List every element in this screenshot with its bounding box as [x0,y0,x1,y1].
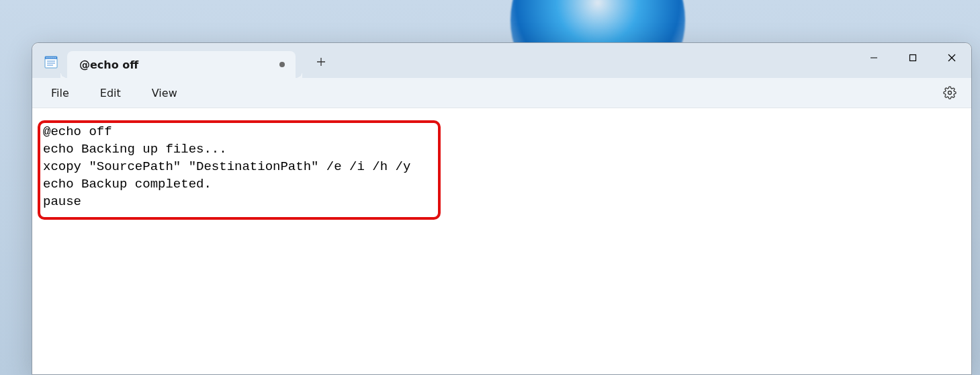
unsaved-indicator-icon [279,62,285,67]
titlebar[interactable]: @echo off [32,43,971,78]
new-tab-button[interactable] [308,48,335,75]
svg-point-6 [54,57,56,58]
document-tab[interactable]: @echo off [67,51,296,78]
tab-title: @echo off [79,58,274,71]
text-editor[interactable]: @echo off echo Backing up files... xcopy… [36,118,967,216]
svg-point-3 [48,57,50,58]
menu-file[interactable]: File [42,83,79,103]
svg-point-16 [948,91,952,95]
notepad-app-icon [43,54,59,70]
minimize-button[interactable] [854,43,893,73]
window-controls [854,43,971,73]
svg-rect-13 [910,55,916,61]
close-button[interactable] [932,43,971,73]
menu-view[interactable]: View [142,83,187,103]
menu-edit[interactable]: Edit [91,83,130,103]
editor-area: @echo off echo Backing up files... xcopy… [32,108,971,374]
svg-point-2 [46,57,48,58]
svg-point-4 [50,57,52,58]
maximize-button[interactable] [893,43,932,73]
notepad-window: @echo off File [32,42,972,375]
svg-point-5 [52,57,54,58]
settings-button[interactable] [938,81,962,105]
menubar: File Edit View [32,78,971,108]
